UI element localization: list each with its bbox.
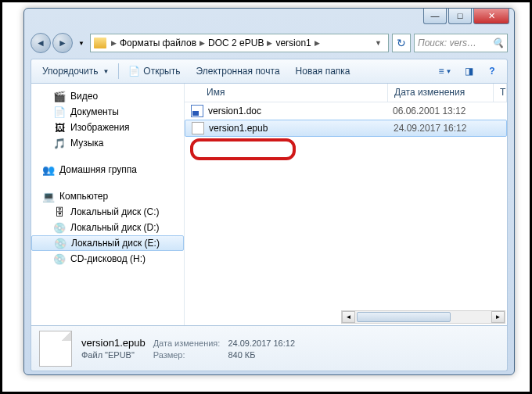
- breadcrumb-item[interactable]: DOC 2 ePUB: [207, 38, 265, 48]
- drive-icon: 💿: [53, 221, 66, 234]
- label: Локальный диск (D:): [70, 222, 160, 233]
- dropdown-icon: ▼: [102, 68, 109, 75]
- search-box[interactable]: Поиск: vers… 🔍: [414, 34, 508, 52]
- label: Локальный диск (E:): [71, 238, 160, 249]
- label: Изображения: [70, 122, 129, 133]
- column-date[interactable]: Дата изменения: [388, 84, 494, 102]
- details-size-label: Размер:: [153, 350, 221, 360]
- sidebar-item-video[interactable]: 🎬 Видео: [31, 88, 184, 104]
- details-size-value: 840 КБ: [228, 350, 295, 360]
- breadcrumb-separator[interactable]: ▶: [265, 39, 274, 47]
- separator: [118, 63, 119, 79]
- organize-label: Упорядочить: [42, 66, 98, 77]
- scroll-right-button[interactable]: ►: [491, 311, 505, 323]
- maximize-button[interactable]: □: [448, 9, 472, 24]
- details-date-value: 24.09.2017 16:12: [228, 338, 295, 348]
- label: Локальный диск (C:): [70, 206, 160, 217]
- close-button[interactable]: ✕: [473, 9, 509, 24]
- sidebar-group-computer[interactable]: 💻 Компьютер: [31, 188, 184, 204]
- sidebar-item-music[interactable]: 🎵 Музыка: [31, 135, 184, 151]
- breadcrumb-separator[interactable]: ▶: [198, 39, 207, 47]
- documents-icon: 📄: [53, 106, 66, 118]
- file-row-selected[interactable]: version1.epub 24.09.2017 16:12: [185, 120, 507, 137]
- folder-icon: [94, 38, 106, 48]
- window-controls: — □ ✕: [422, 9, 509, 24]
- label: Документы: [70, 106, 119, 117]
- details-pane: version1.epub Дата изменения: 24.09.2017…: [31, 326, 508, 371]
- open-label: Открыть: [143, 66, 180, 77]
- explorer-window: — □ ✕ ◄ ► ▼ ▶ Форматы файлов ▶ DOC 2 ePU…: [23, 8, 515, 375]
- forward-button[interactable]: ►: [52, 33, 73, 53]
- column-headers: Имя Дата изменения Т: [185, 84, 507, 102]
- label: Видео: [70, 91, 98, 102]
- organize-button[interactable]: Упорядочить ▼: [36, 63, 115, 79]
- address-bar[interactable]: ▶ Форматы файлов ▶ DOC 2 ePUB ▶ version1…: [90, 34, 389, 52]
- search-placeholder: Поиск: vers…: [418, 38, 476, 48]
- refresh-button[interactable]: ↻: [392, 34, 411, 52]
- breadcrumb-item[interactable]: Форматы файлов: [118, 38, 198, 48]
- pictures-icon: 🖼: [53, 121, 66, 134]
- scroll-thumb[interactable]: [357, 312, 451, 322]
- file-date: 24.09.2017 16:12: [394, 123, 466, 134]
- file-date: 06.06.2001 13:12: [393, 106, 466, 116]
- open-button[interactable]: 📄 Открыть: [122, 63, 186, 79]
- navigation-bar: ◄ ► ▼ ▶ Форматы файлов ▶ DOC 2 ePUB ▶ ve…: [31, 30, 508, 56]
- file-list-pane: Имя Дата изменения Т version1.doc 06.06.…: [185, 84, 507, 325]
- breadcrumb-item[interactable]: version1: [274, 38, 312, 48]
- computer-icon: 💻: [42, 190, 55, 202]
- address-dropdown[interactable]: ▼: [372, 39, 385, 47]
- details-text: version1.epub Дата изменения: 24.09.2017…: [81, 337, 295, 360]
- file-type-icon: [39, 331, 72, 367]
- label: Домашняя группа: [59, 164, 137, 175]
- word-doc-icon: [191, 105, 203, 117]
- new-folder-button[interactable]: Новая папка: [289, 63, 357, 79]
- sidebar-item-drive-c[interactable]: 🗄 Локальный диск (C:): [31, 204, 184, 220]
- details-type: Файл "EPUB": [81, 350, 146, 360]
- back-button[interactable]: ◄: [31, 33, 51, 53]
- content-area: 🎬 Видео 📄 Документы 🖼 Изображения 🎵 Музы…: [31, 84, 508, 326]
- sidebar-item-pictures[interactable]: 🖼 Изображения: [31, 120, 184, 135]
- label: CD-дисковод (H:): [70, 253, 146, 264]
- sidebar-item-cd-drive[interactable]: 💿 CD-дисковод (H:): [31, 251, 184, 267]
- drive-icon: 💿: [54, 237, 66, 249]
- command-toolbar: Упорядочить ▼ 📄 Открыть Электронная почт…: [31, 59, 508, 84]
- help-button[interactable]: ?: [482, 63, 502, 80]
- sidebar-item-documents[interactable]: 📄 Документы: [31, 104, 184, 120]
- column-type[interactable]: Т: [494, 84, 507, 102]
- horizontal-scrollbar[interactable]: ◄ ►: [341, 310, 505, 324]
- navigation-pane: 🎬 Видео 📄 Документы 🖼 Изображения 🎵 Музы…: [31, 84, 185, 325]
- sidebar-item-drive-e[interactable]: 💿 Локальный диск (E:): [31, 235, 184, 251]
- sidebar-item-drive-d[interactable]: 💿 Локальный диск (D:): [31, 220, 184, 235]
- column-name[interactable]: Имя: [185, 84, 388, 102]
- file-row[interactable]: version1.doc 06.06.2001 13:12: [185, 102, 507, 120]
- search-icon: 🔍: [492, 38, 504, 48]
- details-filename: version1.epub: [81, 337, 146, 349]
- epub-file-icon: [192, 122, 204, 134]
- email-button[interactable]: Электронная почта: [189, 63, 286, 79]
- view-options-button[interactable]: ≡▼: [435, 63, 455, 80]
- scroll-left-button[interactable]: ◄: [342, 311, 355, 323]
- breadcrumb-separator[interactable]: ▶: [110, 39, 118, 47]
- label: Музыка: [70, 138, 103, 149]
- video-icon: 🎬: [53, 90, 66, 102]
- nav-arrows: ◄ ►: [31, 33, 73, 53]
- breadcrumb-separator[interactable]: ▶: [313, 39, 322, 47]
- drive-icon: 🗄: [53, 206, 66, 218]
- music-icon: 🎵: [53, 137, 66, 149]
- sidebar-group-homegroup[interactable]: 👥 Домашняя группа: [31, 162, 184, 177]
- label: Компьютер: [59, 191, 108, 202]
- file-icon: 📄: [128, 66, 140, 77]
- titlebar[interactable]: — □ ✕: [24, 9, 514, 30]
- homegroup-icon: 👥: [42, 163, 55, 176]
- cd-icon: 💿: [53, 253, 66, 265]
- file-name: version1.epub: [209, 123, 394, 134]
- details-date-label: Дата изменения:: [153, 338, 221, 348]
- preview-pane-button[interactable]: ◨: [458, 63, 479, 80]
- file-name: version1.doc: [208, 106, 393, 116]
- nav-history-dropdown[interactable]: ▼: [76, 35, 87, 51]
- minimize-button[interactable]: —: [423, 9, 447, 24]
